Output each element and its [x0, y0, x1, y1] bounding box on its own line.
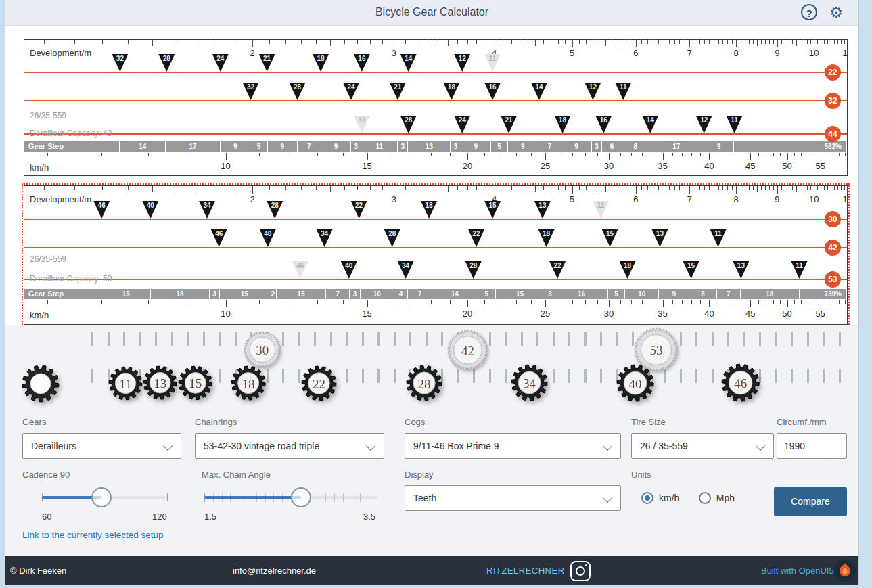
- chain-angle-slider[interactable]: [204, 496, 377, 499]
- gear-triangle: 21: [390, 83, 406, 100]
- speed-axis-label: km/h: [30, 310, 49, 320]
- gear-triangle: 15: [602, 229, 618, 247]
- openui5-link[interactable]: Built with OpenUI5: [761, 566, 834, 576]
- chainline-tick: [123, 332, 125, 346]
- svg-text:46: 46: [734, 376, 747, 390]
- app-window: Bicycle Gear Calculator ? ⚙ 234567891011…: [5, 0, 859, 585]
- chainline-tick: [521, 332, 523, 346]
- cog-gear: 46: [720, 363, 760, 405]
- radio-kmh[interactable]: [641, 492, 653, 504]
- gear-triangle: 15: [683, 261, 699, 279]
- instagram-icon[interactable]: [570, 561, 591, 581]
- gear-triangle: 13: [651, 229, 668, 247]
- chainline-tick: [171, 332, 173, 346]
- display-label: Display: [405, 470, 434, 480]
- gear-triangle: 22: [351, 201, 367, 219]
- gear-triangle: 18: [313, 54, 329, 72]
- chainline-tick: [139, 332, 141, 346]
- chainline-tick: [505, 369, 507, 383]
- gear-triangle: 16: [484, 83, 501, 100]
- chainline-tick: [346, 369, 348, 383]
- chainline-tick: [282, 332, 284, 346]
- cadence-slider[interactable]: [42, 496, 168, 499]
- gear-triangle: 11: [484, 54, 501, 72]
- chainring-badge: 30: [825, 211, 841, 227]
- gear-triangle: 12: [696, 116, 712, 133]
- gear-triangle: 24: [212, 54, 229, 72]
- chainrings-select[interactable]: 53-42-30 vintage road triple: [195, 433, 384, 459]
- svg-text:34: 34: [523, 376, 536, 390]
- chainline-tick: [441, 332, 443, 346]
- chainline-tick: [394, 369, 396, 383]
- chainline-tick: [377, 369, 380, 383]
- cadence-slider-handle[interactable]: [91, 487, 112, 507]
- svg-text:53: 53: [649, 343, 662, 357]
- chainline-tick: [695, 332, 697, 346]
- radio-mph[interactable]: [699, 492, 711, 504]
- svg-text:18: 18: [242, 377, 255, 391]
- gear-triangle: 16: [595, 116, 612, 133]
- gear-triangle: 34: [398, 261, 414, 279]
- contact-email[interactable]: info@ritzelrechner.de: [233, 566, 316, 576]
- gear-triangle: 13: [534, 201, 551, 219]
- svg-text:28: 28: [418, 377, 431, 391]
- development-axis-label: Development/m: [30, 48, 91, 58]
- speed-axis-label: km/h: [30, 162, 49, 173]
- gears-select[interactable]: Derailleurs: [22, 433, 181, 459]
- chainline-tick: [695, 369, 697, 383]
- gear-step-bar: Gear Step141795979311313395979368179582%: [24, 141, 846, 152]
- page: Bicycle Gear Calculator ? ⚙ 234567891011…: [0, 0, 872, 588]
- chainrings-label: Chainrings: [195, 417, 237, 427]
- tire-size-label: Tire Size: [631, 417, 666, 427]
- chainline-tick: [187, 332, 189, 346]
- cogs-select[interactable]: 9/11-46 Box Prime 9: [405, 433, 621, 459]
- settings-gear-icon[interactable]: ⚙: [828, 4, 844, 20]
- svg-text:15: 15: [189, 376, 202, 390]
- chainline-tick: [394, 332, 396, 346]
- display-value: Teeth: [413, 493, 436, 503]
- chainline-tick: [775, 369, 777, 383]
- derailleur-capacity-label: Derailleur Capacity: 43: [30, 129, 112, 138]
- gear-step-bar: Gear Step1518315215731047145153165109871…: [24, 289, 846, 299]
- gear-chart-bottom-selected[interactable]: 2345678910114640342822181513113046403428…: [24, 185, 848, 325]
- chevron-down-icon: [603, 441, 612, 451]
- brand-link[interactable]: RITZELRECHNER: [486, 566, 565, 576]
- chainline-tick: [362, 332, 364, 346]
- radio-kmh-label: km/h: [659, 493, 679, 503]
- chainline-tick: [807, 369, 809, 383]
- gear-triangle: 34: [199, 201, 215, 219]
- chainring-badge: 53: [825, 271, 841, 288]
- gear-triangle: 11: [710, 229, 727, 247]
- svg-text:13: 13: [154, 376, 166, 390]
- help-icon[interactable]: ?: [801, 4, 817, 20]
- chevron-down-icon: [603, 493, 612, 503]
- scrollbar-gutter[interactable]: [858, 0, 872, 588]
- gear-triangle: 28: [465, 261, 482, 279]
- chainline-tick: [203, 332, 205, 346]
- cadence-max: 120: [152, 512, 167, 522]
- chainline-tick: [91, 332, 93, 346]
- gear-triangle: 18: [620, 261, 636, 279]
- chainring-badge: 42: [825, 240, 841, 256]
- cogs-value: 9/11-46 Box Prime 9: [413, 440, 499, 451]
- copyright-text: © Dirk Feeken: [10, 566, 66, 576]
- gear-triangle: 18: [421, 201, 437, 219]
- tire-size-select[interactable]: 26 / 35-559: [631, 433, 774, 459]
- svg-text:22: 22: [313, 377, 325, 391]
- gear-triangle: 40: [341, 261, 357, 279]
- gear-triangle: 16: [354, 54, 370, 72]
- display-select[interactable]: Teeth: [405, 485, 621, 511]
- drivetrain-visual: 304253111315182228344046: [5, 328, 859, 413]
- gear-triangle: 32: [243, 83, 259, 100]
- compare-button[interactable]: Compare: [774, 487, 847, 516]
- gear-chart-top[interactable]: 2345678910113228242118161412112232282421…: [24, 39, 848, 176]
- cog-gear: 13: [142, 365, 178, 403]
- chainline-tick: [600, 369, 602, 383]
- chainline-tick: [680, 332, 682, 346]
- circumference-input[interactable]: [777, 433, 847, 459]
- phoenix-icon[interactable]: [833, 559, 856, 582]
- chain-angle-slider-handle[interactable]: [291, 487, 311, 507]
- setup-link[interactable]: Link to the currently selected setup: [22, 530, 164, 540]
- chainring-badge: 44: [825, 126, 841, 142]
- gear-triangle: 18: [555, 116, 571, 133]
